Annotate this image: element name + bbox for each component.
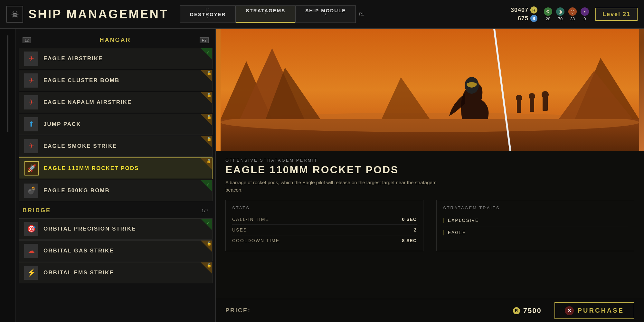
tabs-row: L1 DESTROYER 1 STRATAGEMS 2 SHIP MODULE … [180, 5, 364, 23]
header: ☠ SHIP MANAGEMENT L1 DESTROYER 1 STRATAG… [0, 0, 644, 29]
jump-pack-name: JUMP PACK [43, 121, 207, 128]
svg-rect-13 [530, 98, 534, 112]
eagle-airstrike-icon: ✈ [28, 54, 34, 63]
eagle-cluster-bomb-icon: ✈ [28, 76, 34, 85]
trait-bullet-explosive: | [443, 217, 445, 223]
orbital-precision-name: ORBITAL PRECISION STRIKE [43, 226, 207, 232]
sup-resource-row: 675 S [518, 15, 537, 22]
tab-stratagems[interactable]: STRATAGEMS 2 [236, 5, 295, 23]
eagle-smoke-strike-icon-box: ✈ [24, 139, 38, 153]
small-resources-row: ⚙ 28 ◑ 70 ⬡ 38 ▪ 0 [544, 7, 589, 21]
hangar-title: HANGAR [100, 37, 131, 43]
res-small-val-2: 38 [570, 16, 575, 21]
orbital-ems-name: ORBITAL EMS STRIKE [43, 270, 207, 276]
trait-row-explosive: | EXPLOSIVE [443, 214, 628, 226]
tab-right-key: R1 [359, 12, 364, 16]
price-bar: PRICE: R 7500 ✕ PURCHASE [216, 299, 644, 322]
eagle-cluster-bomb-name: EAGLE CLUSTER BOMB [43, 77, 207, 84]
sup-value: 675 [518, 15, 528, 22]
trait-row-eagle: | EAGLE [443, 226, 628, 238]
list-item-orbital-ems-strike[interactable]: ⚡ ORBITAL EMS STRIKE [19, 262, 213, 283]
stat-value-cooldown: 8 SEC [402, 238, 417, 243]
svg-rect-15 [543, 97, 548, 111]
header-right: 30407 R 675 S ⚙ 28 ◑ 70 ⬡ 38 ▪ 0 [511, 6, 638, 22]
tab-stratagems-num: 2 [265, 13, 267, 17]
resource-group: 30407 R 675 S [511, 6, 537, 22]
purchase-button[interactable]: ✕ PURCHASE [554, 302, 634, 319]
list-item-eagle-napalm-airstrike[interactable]: ✈ EAGLE NAPALM AIRSTRIKE [19, 92, 213, 113]
stat-value-call-in: 0 SEC [402, 217, 417, 222]
jump-pack-icon-box: ⬆ [24, 117, 38, 131]
tab-destroyer-key: L1 [206, 8, 210, 12]
scene-svg [216, 29, 644, 151]
info-section: OFFENSIVE STRATAGEM PERMIT EAGLE 110MM R… [216, 151, 644, 299]
list-item-jump-pack[interactable]: ⬆ JUMP PACK [19, 114, 213, 135]
eagle-110mm-name: EAGLE 110MM ROCKET PODS [44, 165, 207, 172]
stat-label-call-in: CALL-IN TIME [232, 217, 269, 222]
jump-pack-icon: ⬆ [28, 120, 34, 128]
level-badge: Level 21 [595, 8, 638, 21]
purchase-label: PURCHASE [578, 307, 624, 314]
bridge-count: 1/7 [202, 208, 209, 213]
tab-ship-module-name: SHIP MODULE [305, 8, 346, 13]
sup-icon: S [530, 15, 537, 22]
tab-ship-module[interactable]: SHIP MODULE 3 [295, 5, 356, 23]
eagle-110mm-icon-box: 🚀 [24, 161, 39, 175]
eagle-napalm-airstrike-icon-box: ✈ [24, 95, 38, 109]
header-left: ☠ SHIP MANAGEMENT L1 DESTROYER 1 STRATAG… [6, 5, 364, 23]
eagle-airstrike-icon-box: ✈ [24, 52, 38, 66]
bridge-header: BRIDGE 1/7 [16, 204, 215, 216]
list-item-eagle-cluster-bomb[interactable]: ✈ EAGLE CLUSTER BOMB [19, 70, 213, 91]
list-item-eagle-110mm-rocket-pods[interactable]: 🚀 EAGLE 110MM ROCKET PODS [19, 157, 213, 179]
price-label: PRICE: [225, 307, 251, 314]
eagle-napalm-airstrike-icon: ✈ [28, 98, 34, 107]
tab-destroyer[interactable]: L1 DESTROYER 1 [180, 5, 236, 23]
res-small-icon-2: ⬡ [568, 7, 577, 16]
trait-label-explosive: EXPLOSIVE [448, 218, 479, 223]
stat-row-cooldown: COOLDOWN TIME 8 SEC [232, 235, 417, 246]
svg-point-16 [542, 91, 549, 98]
price-amount: 7500 [523, 307, 542, 315]
res-small-val-3: 0 [583, 16, 586, 21]
traits-box: STRATAGEM TRAITS | EXPLOSIVE | EAGLE [436, 200, 634, 251]
res-small-val-1: 70 [558, 16, 563, 21]
eagle-napalm-airstrike-name: EAGLE NAPALM AIRSTRIKE [43, 99, 207, 106]
eagle-500kg-badge [201, 180, 212, 192]
eagle-smoke-strike-icon: ✈ [28, 142, 34, 150]
tab-ship-module-num: 3 [325, 13, 327, 17]
orbital-gas-icon-box: ☁ [24, 244, 38, 258]
page-title: SHIP MANAGEMENT [28, 7, 168, 21]
trait-bullet-eagle: | [443, 229, 445, 236]
stat-row-call-in: CALL-IN TIME 0 SEC [232, 214, 417, 225]
list-item-eagle-500kg-bomb[interactable]: 💣 EAGLE 500KG BOMB [19, 180, 213, 201]
svg-rect-11 [517, 100, 521, 113]
res-small-icon-3: ▪ [581, 7, 589, 16]
preview-image [216, 29, 644, 151]
stat-label-uses: USES [232, 227, 247, 232]
orbital-ems-badge [201, 262, 212, 274]
detail-panel: OFFENSIVE STRATAGEM PERMIT EAGLE 110MM R… [216, 29, 644, 322]
tab-stratagems-name: STRATAGEMS [246, 8, 285, 13]
eagle-napalm-airstrike-badge [201, 92, 212, 104]
eagle-cluster-bomb-badge [201, 70, 212, 82]
hangar-key-r: R2 [200, 37, 209, 43]
eagle-500kg-icon-box: 💣 [24, 184, 38, 198]
list-item-eagle-airstrike[interactable]: ✈ EAGLE AIRSTRIKE [19, 48, 213, 69]
orbital-precision-badge [201, 219, 212, 230]
main-content: L2 HANGAR R2 ✈ EAGLE AIRSTRIKE ✈ EAGLE C… [0, 29, 644, 322]
stats-box: STATS CALL-IN TIME 0 SEC USES 2 COOLDOWN… [225, 200, 423, 251]
res-small-3: ▪ 0 [581, 7, 589, 21]
side-strip [0, 29, 16, 322]
stats-row: STATS CALL-IN TIME 0 SEC USES 2 COOLDOWN… [225, 200, 634, 251]
req-value: 30407 [511, 7, 528, 14]
list-item-eagle-smoke-strike[interactable]: ✈ EAGLE SMOKE STRIKE [19, 136, 213, 157]
tab-destroyer-num: 1 [207, 17, 209, 21]
list-item-orbital-precision-strike[interactable]: 🎯 ORBITAL PRECISION STRIKE [19, 218, 213, 240]
bridge-title: BRIDGE [23, 207, 51, 214]
eagle-500kg-name: EAGLE 500KG BOMB [43, 187, 207, 194]
stat-value-uses: 2 [414, 227, 417, 232]
eagle-cluster-bomb-icon-box: ✈ [24, 73, 38, 88]
list-item-orbital-gas-strike[interactable]: ☁ ORBITAL GAS STRIKE [19, 240, 213, 261]
res-small-icon-0: ⚙ [544, 7, 552, 16]
orbital-gas-name: ORBITAL GAS STRIKE [43, 248, 207, 254]
